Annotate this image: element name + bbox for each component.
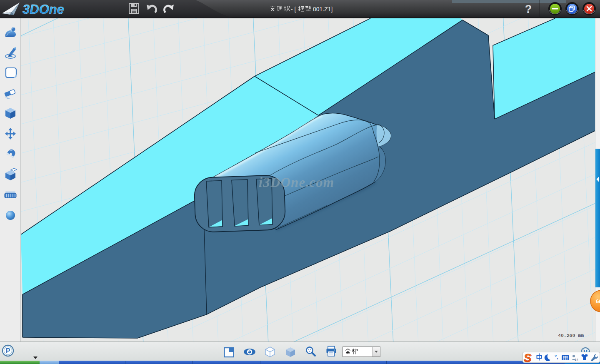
svg-text:- [: - [ bbox=[291, 6, 296, 12]
svg-text:666: 666 bbox=[596, 298, 600, 304]
svg-text:14: 14 bbox=[575, 358, 578, 362]
svg-text:S: S bbox=[524, 352, 532, 363]
svg-text:49.269 mm: 49.269 mm bbox=[558, 333, 584, 338]
svg-text:?: ? bbox=[525, 3, 532, 15]
svg-text:P: P bbox=[6, 347, 10, 354]
svg-text:°,: °, bbox=[555, 354, 558, 360]
svg-text:3DOne: 3DOne bbox=[22, 2, 64, 17]
svg-text:i3DOne.com: i3DOne.com bbox=[259, 175, 334, 190]
svg-text:001.Z1]: 001.Z1] bbox=[313, 6, 332, 12]
